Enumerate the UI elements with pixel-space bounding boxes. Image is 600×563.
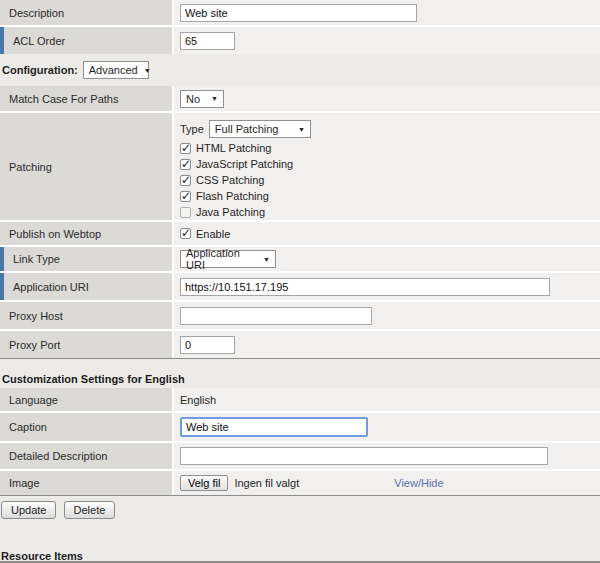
link-type-row: Link Type Application URI ▼ (0, 247, 600, 271)
java-patching-label: Java Patching (196, 206, 265, 218)
detailed-description-row: Detailed Description (0, 443, 600, 469)
update-button[interactable]: Update (1, 501, 56, 519)
description-label: Description (0, 0, 172, 25)
acl-order-input[interactable] (180, 32, 235, 50)
css-patching-checkbox[interactable] (180, 175, 191, 186)
configuration-select[interactable]: Advanced ▼ (83, 61, 149, 79)
caption-label: Caption (0, 413, 172, 441)
chevron-down-icon: ▼ (205, 95, 218, 102)
configuration-band: Configuration: Advanced ▼ (0, 54, 600, 86)
action-button-bar: Update Delete (0, 501, 600, 519)
publish-enable-checkbox[interactable] (180, 228, 191, 239)
application-uri-row: Application URI (0, 273, 600, 300)
proxy-host-input[interactable] (180, 307, 372, 325)
patching-type-select[interactable]: Full Patching ▼ (209, 120, 311, 138)
patching-label: Patching (0, 113, 172, 220)
chevron-down-icon: ▼ (138, 67, 151, 74)
html-patching-checkbox[interactable] (180, 143, 191, 154)
javascript-patching-option: JavaScript Patching (180, 156, 293, 172)
language-row: Language English (0, 388, 600, 411)
general-properties-table: Description ACL Order (0, 0, 600, 54)
caption-input[interactable] (180, 417, 368, 437)
proxy-port-label: Proxy Port (0, 331, 172, 358)
patching-row: Patching Type Full Patching ▼ HTML Patch… (0, 113, 600, 220)
customization-table: Language English Caption Detailed Descri… (0, 388, 600, 496)
application-uri-input[interactable] (180, 278, 550, 296)
flash-patching-option: Flash Patching (180, 188, 269, 204)
publish-webtop-row: Publish on Webtop Enable (0, 222, 600, 245)
detailed-description-input[interactable] (180, 447, 548, 465)
application-uri-label: Application URI (0, 273, 172, 300)
javascript-patching-label: JavaScript Patching (196, 158, 293, 170)
match-case-row: Match Case For Paths No ▼ (0, 86, 600, 111)
resource-config-page: Description ACL Order Configuration: Adv… (0, 0, 600, 563)
java-patching-checkbox[interactable] (180, 207, 191, 218)
image-row: Image Velg fil Ingen fil valgt View/Hide (0, 471, 600, 495)
description-row: Description (0, 0, 600, 25)
java-patching-option: Java Patching (180, 204, 265, 220)
flash-patching-label: Flash Patching (196, 190, 269, 202)
javascript-patching-checkbox[interactable] (180, 159, 191, 170)
advanced-settings-table: Match Case For Paths No ▼ Patching Type … (0, 86, 600, 359)
detailed-description-label: Detailed Description (0, 443, 172, 469)
proxy-port-input[interactable] (180, 336, 235, 354)
choose-file-button[interactable]: Velg fil (180, 475, 228, 491)
acl-order-row: ACL Order (0, 27, 600, 54)
proxy-port-row: Proxy Port (0, 331, 600, 358)
language-label: Language (0, 388, 172, 411)
css-patching-label: CSS Patching (196, 174, 264, 186)
image-label: Image (0, 471, 172, 495)
css-patching-option: CSS Patching (180, 172, 264, 188)
description-input[interactable] (180, 4, 417, 22)
match-case-label: Match Case For Paths (0, 86, 172, 111)
patching-type-label: Type (180, 123, 204, 135)
caption-row: Caption (0, 413, 600, 441)
acl-order-label: ACL Order (0, 27, 172, 54)
configuration-label: Configuration: (2, 64, 78, 76)
view-hide-link[interactable]: View/Hide (394, 477, 443, 489)
publish-enable-label: Enable (196, 228, 230, 240)
chevron-down-icon: ▼ (257, 256, 270, 263)
link-type-select[interactable]: Application URI ▼ (180, 250, 276, 268)
html-patching-label: HTML Patching (196, 142, 271, 154)
link-type-label: Link Type (0, 247, 172, 271)
chevron-down-icon: ▼ (292, 126, 305, 133)
customization-section-heading: Customization Settings for English (0, 373, 600, 385)
delete-button[interactable]: Delete (64, 501, 116, 519)
proxy-host-row: Proxy Host (0, 302, 600, 329)
file-status-text: Ingen fil valgt (234, 477, 299, 489)
proxy-host-label: Proxy Host (0, 302, 172, 329)
flash-patching-checkbox[interactable] (180, 191, 191, 202)
html-patching-option: HTML Patching (180, 140, 271, 156)
language-value: English (180, 394, 216, 406)
match-case-select[interactable]: No ▼ (180, 90, 224, 108)
publish-webtop-label: Publish on Webtop (0, 222, 172, 245)
